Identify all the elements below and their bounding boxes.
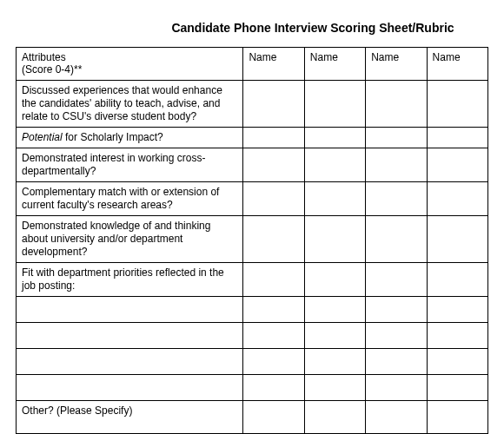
score-cell xyxy=(427,401,487,434)
score-cell xyxy=(243,81,304,128)
table-row: Other? (Please Specify) xyxy=(17,401,488,434)
score-cell xyxy=(366,297,427,323)
attribute-cell: Discussed experiences that would enhance… xyxy=(17,81,243,128)
table-row: Discussed experiences that would enhance… xyxy=(17,81,488,128)
table-row xyxy=(17,297,488,323)
attribute-cell: Fit with department priorities reflected… xyxy=(17,263,243,297)
score-cell xyxy=(427,182,487,216)
attribute-cell: Demonstrated interest in working cross-d… xyxy=(17,148,243,182)
attribute-cell: Other? (Please Specify) xyxy=(17,401,243,434)
score-cell xyxy=(304,349,365,375)
score-cell xyxy=(243,401,304,434)
rubric-table: Attributes (Score 0-4)** Name Name Name … xyxy=(16,47,488,434)
table-row: Demonstrated interest in working cross-d… xyxy=(17,148,488,182)
score-cell xyxy=(427,349,487,375)
score-cell xyxy=(304,401,365,434)
name-header-1: Name xyxy=(243,48,304,81)
attribute-cell xyxy=(17,323,243,349)
score-cell xyxy=(366,349,427,375)
attr-italic-prefix: Potential xyxy=(22,131,63,143)
attribute-cell: Demonstrated knowledge of and thinking a… xyxy=(17,216,243,263)
score-cell xyxy=(243,216,304,263)
score-cell xyxy=(243,297,304,323)
score-cell xyxy=(366,401,427,434)
attribute-cell xyxy=(17,375,243,401)
table-header-row: Attributes (Score 0-4)** Name Name Name … xyxy=(17,48,488,81)
attribute-cell xyxy=(17,297,243,323)
attribute-cell: Potential for Scholarly Impact? xyxy=(17,128,243,148)
table-row: Demonstrated knowledge of and thinking a… xyxy=(17,216,488,263)
score-cell xyxy=(366,148,427,182)
table-row: Fit with department priorities reflected… xyxy=(17,263,488,297)
score-cell xyxy=(427,148,487,182)
score-cell xyxy=(366,375,427,401)
score-cell xyxy=(427,263,487,297)
score-cell xyxy=(427,323,487,349)
attributes-header-line2: (Score 0-4)** xyxy=(22,63,82,76)
attribute-cell xyxy=(17,349,243,375)
score-cell xyxy=(427,216,487,263)
score-cell xyxy=(304,297,365,323)
attr-rest: for Scholarly Impact? xyxy=(63,131,163,143)
score-cell xyxy=(304,128,365,148)
score-cell xyxy=(243,349,304,375)
score-cell xyxy=(366,323,427,349)
score-cell xyxy=(243,263,304,297)
score-cell xyxy=(366,81,427,128)
score-cell xyxy=(304,375,365,401)
table-row: Potential for Scholarly Impact? xyxy=(17,128,488,148)
score-cell xyxy=(243,375,304,401)
score-cell xyxy=(427,128,487,148)
score-cell xyxy=(427,375,487,401)
name-header-2: Name xyxy=(304,48,365,81)
attributes-header-line1: Attributes xyxy=(22,51,66,63)
table-row xyxy=(17,349,488,375)
score-cell xyxy=(243,182,304,216)
score-cell xyxy=(427,297,487,323)
attribute-cell: Complementary match with or extension of… xyxy=(17,182,243,216)
name-header-3: Name xyxy=(366,48,427,81)
score-cell xyxy=(304,216,365,263)
table-row: Complementary match with or extension of… xyxy=(17,182,488,216)
score-cell xyxy=(427,81,487,128)
attributes-header: Attributes (Score 0-4)** xyxy=(17,48,243,81)
score-cell xyxy=(304,323,365,349)
table-row xyxy=(17,375,488,401)
score-cell xyxy=(366,182,427,216)
name-header-4: Name xyxy=(427,48,487,81)
score-cell xyxy=(304,81,365,128)
score-cell xyxy=(243,148,304,182)
score-cell xyxy=(366,216,427,263)
score-cell xyxy=(366,128,427,148)
score-cell xyxy=(304,182,365,216)
score-cell xyxy=(304,263,365,297)
score-cell xyxy=(243,323,304,349)
score-cell xyxy=(366,263,427,297)
page-title: Candidate Phone Interview Scoring Sheet/… xyxy=(137,16,488,47)
table-row xyxy=(17,323,488,349)
score-cell xyxy=(243,128,304,148)
score-cell xyxy=(304,148,365,182)
